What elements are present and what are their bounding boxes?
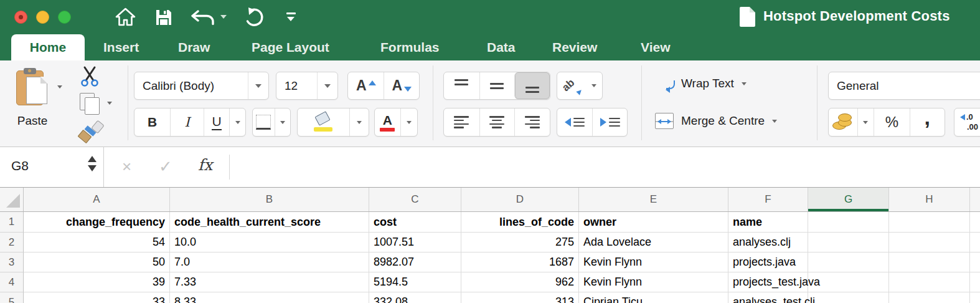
font-size-dropdown-icon[interactable] <box>317 72 337 99</box>
paste-dropdown-icon[interactable] <box>57 85 62 89</box>
tab-view[interactable]: View <box>641 34 670 60</box>
close-icon[interactable] <box>14 11 27 24</box>
cell-a1[interactable]: change_frequency <box>24 212 170 233</box>
tab-data[interactable]: Data <box>487 34 516 60</box>
font-color-dropdown-icon[interactable] <box>400 108 417 136</box>
column-header-e[interactable]: E <box>579 188 728 211</box>
borders-dropdown-icon[interactable] <box>275 108 290 136</box>
column-header-h[interactable]: H <box>889 188 970 211</box>
align-center-button[interactable] <box>479 108 515 136</box>
align-right-button[interactable] <box>514 108 550 136</box>
cancel-icon[interactable]: × <box>122 157 131 176</box>
cell-a3[interactable]: 50 <box>24 252 170 272</box>
column-header-c[interactable]: C <box>369 188 461 211</box>
tab-draw[interactable]: Draw <box>178 34 210 60</box>
cell-c5[interactable]: 332.08 <box>369 292 461 303</box>
cell-f5[interactable]: analyses_test.clj <box>728 292 808 303</box>
decrease-indent-button[interactable] <box>557 108 592 136</box>
tab-home[interactable]: Home <box>11 34 85 60</box>
select-all-corner[interactable] <box>0 188 24 211</box>
cell-h3[interactable] <box>889 252 970 272</box>
row-header-1[interactable]: 1 <box>0 212 24 233</box>
cell-d2[interactable]: 275 <box>461 233 579 252</box>
increase-indent-button[interactable] <box>592 108 627 136</box>
bold-button[interactable]: B <box>134 108 170 136</box>
column-header-g[interactable]: G <box>808 188 889 211</box>
tab-formulas[interactable]: Formulas <box>380 34 440 60</box>
borders-button[interactable] <box>252 108 291 137</box>
copy-icon[interactable] <box>80 93 101 115</box>
format-painter-icon[interactable] <box>79 122 103 143</box>
name-box-spinner[interactable] <box>88 156 97 171</box>
cell-g1[interactable] <box>808 212 889 233</box>
cell-e2[interactable]: Ada Lovelace <box>579 233 728 252</box>
merge-centre-dropdown-icon[interactable] <box>772 120 777 123</box>
font-name-dropdown-icon[interactable] <box>248 72 268 99</box>
tab-review[interactable]: Review <box>552 34 597 60</box>
underline-button[interactable]: U <box>204 108 230 136</box>
cell-e3[interactable]: Kevin Flynn <box>579 252 728 272</box>
column-header-f[interactable]: F <box>728 188 808 211</box>
cell-e4[interactable]: Kevin Flynn <box>579 272 728 292</box>
cell-g3[interactable] <box>808 252 889 272</box>
increase-decimal-button[interactable]: .0 .00 <box>954 108 980 137</box>
cell-c3[interactable]: 8982.07 <box>369 252 461 272</box>
cell-a2[interactable]: 54 <box>24 233 170 252</box>
orientation-button[interactable]: ab <box>557 72 603 100</box>
font-size-combobox[interactable]: 12 <box>276 72 338 100</box>
column-header-a[interactable]: A <box>24 188 170 211</box>
cell-h4[interactable] <box>889 272 970 292</box>
font-color-button[interactable]: A <box>374 108 418 137</box>
cell-f3[interactable]: projects.java <box>728 252 808 272</box>
align-bottom-button[interactable] <box>514 72 550 99</box>
cell-h5[interactable] <box>889 292 970 303</box>
cut-scissors-icon[interactable] <box>78 65 101 90</box>
column-header-d[interactable]: D <box>461 188 579 211</box>
minimize-icon[interactable] <box>36 11 49 24</box>
align-middle-button[interactable] <box>479 72 515 99</box>
currency-button[interactable] <box>829 108 857 136</box>
tab-insert[interactable]: Insert <box>103 34 139 60</box>
cell-c4[interactable]: 5194.5 <box>369 272 461 292</box>
cell-b2[interactable]: 10.0 <box>170 233 369 252</box>
cell-b1[interactable]: code_health_current_score <box>170 212 369 233</box>
align-top-button[interactable] <box>444 72 479 99</box>
cell-b5[interactable]: 8.33 <box>170 292 369 303</box>
column-header-b[interactable]: B <box>170 188 369 211</box>
cell-b3[interactable]: 7.0 <box>170 252 369 272</box>
currency-dropdown-icon[interactable] <box>857 108 874 136</box>
cell-g5[interactable] <box>808 292 889 303</box>
row-header-5[interactable]: 5 <box>0 292 24 303</box>
cell-d4[interactable]: 962 <box>461 272 579 292</box>
zoom-icon[interactable] <box>58 11 71 24</box>
percent-button[interactable]: % <box>874 108 909 136</box>
cell-d5[interactable]: 313 <box>461 292 579 303</box>
cell-g2[interactable] <box>808 233 889 252</box>
name-box[interactable]: G8 <box>11 158 29 173</box>
italic-button[interactable]: I <box>170 108 203 136</box>
merge-centre-button[interactable]: Merge & Centre <box>655 113 777 129</box>
comma-style-button[interactable]: , <box>910 108 945 136</box>
orientation-dropdown-icon[interactable] <box>586 72 602 99</box>
underline-dropdown-icon[interactable] <box>229 108 245 136</box>
formula-input[interactable] <box>237 156 974 178</box>
cell-f4[interactable]: projects_test.java <box>728 272 808 292</box>
cell-a4[interactable]: 39 <box>24 272 170 292</box>
cell-b4[interactable]: 7.33 <box>170 272 369 292</box>
fill-color-dropdown-icon[interactable] <box>349 108 369 136</box>
font-name-combobox[interactable]: Calibri (Body) <box>134 72 269 100</box>
cell-c2[interactable]: 1007.51 <box>369 233 461 252</box>
tab-page-layout[interactable]: Page Layout <box>252 34 329 60</box>
cell-h1[interactable] <box>889 212 970 233</box>
cell-h2[interactable] <box>889 233 970 252</box>
insert-function-icon[interactable]: fx <box>198 156 212 174</box>
grow-font-button[interactable]: A <box>348 72 384 99</box>
align-left-button[interactable] <box>444 108 479 136</box>
cell-f2[interactable]: analyses.clj <box>728 233 808 252</box>
wrap-text-dropdown-icon[interactable] <box>742 82 747 85</box>
undo-dropdown-icon[interactable] <box>220 15 227 19</box>
cell-d3[interactable]: 1687 <box>461 252 579 272</box>
number-format-combobox[interactable]: General <box>828 72 980 100</box>
cell-a5[interactable]: 33 <box>24 292 170 303</box>
row-header-3[interactable]: 3 <box>0 252 24 272</box>
